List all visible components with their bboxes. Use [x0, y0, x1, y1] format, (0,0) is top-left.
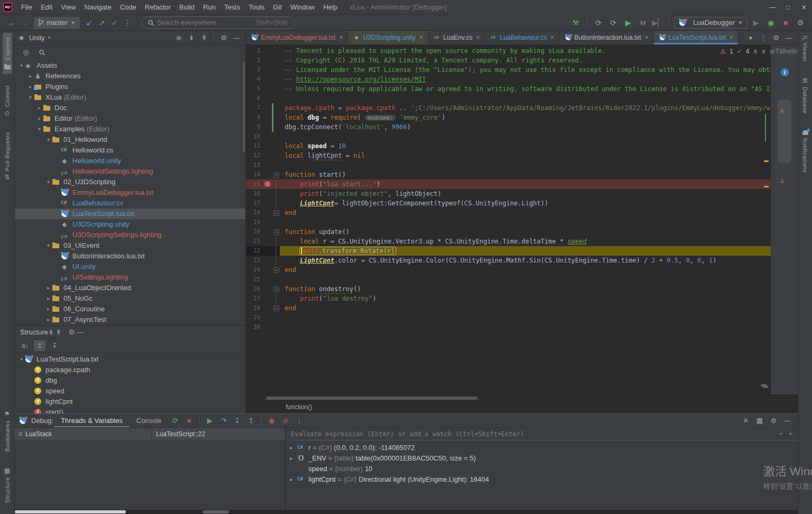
tree-item-helloworld-cs[interactable]: Helloworld.cs	[15, 145, 245, 156]
tree-item-01-helloworld[interactable]: ▾01_Helloworld	[15, 134, 245, 145]
code-line-27[interactable]: 27 print("lua destroy")	[246, 294, 771, 303]
tree-item-xlua[interactable]: ▾XLua(Editor)	[15, 92, 245, 103]
evaluate-expression-input[interactable]: Evaluate expression (Enter) or add a wat…	[286, 428, 798, 440]
tree-item-emmyluadebugger-lua-txt[interactable]: EmmyLuaDebugger.lua.txt	[15, 187, 245, 198]
tree-item-u3dscriptingsettings-lighting[interactable]: U3DScriptingSettings.lighting	[15, 230, 245, 240]
stack-frame[interactable]: LuaTestScript::22	[152, 428, 285, 440]
close-icon[interactable]: ✕	[740, 417, 752, 425]
tree-item-examples[interactable]: ▾Examples(Editor)	[15, 124, 245, 134]
code-line-15[interactable]: 15 print("lua start...")	[246, 179, 771, 189]
back-icon[interactable]: ←	[5, 19, 18, 27]
editor-tab-buttoninteraction-lua-txt[interactable]: ButtonInteraction.lua.txt×	[560, 31, 654, 44]
breakpoint-icon[interactable]	[262, 179, 273, 189]
editor-tab-luabehaviour-cs[interactable]: LuaBehaviour.cs×	[485, 31, 560, 44]
layout-icon[interactable]: ▦	[753, 417, 766, 425]
hide-icon[interactable]: —	[783, 34, 795, 42]
next-issue-icon[interactable]: ∨	[761, 48, 766, 55]
tree-item-helloworldsettings-lighting[interactable]: HelloworldSettings.lighting	[15, 166, 245, 177]
tree-item-assets[interactable]: ▾Assets	[15, 60, 245, 71]
close-icon[interactable]: ✕	[796, 0, 812, 15]
step-over-icon[interactable]: ↷	[217, 417, 230, 425]
tree-item-buttoninteraction-lua-txt[interactable]: ButtonInteraction.lua.txt	[15, 251, 245, 261]
thread-selector[interactable]: ≡ LuaStack	[15, 428, 151, 440]
menu-help[interactable]: Help	[319, 0, 342, 15]
update-project-icon[interactable]: ↙	[83, 19, 96, 27]
chevron-icon[interactable]: ▾	[18, 60, 25, 71]
code-line-6[interactable]: 6	[246, 94, 771, 103]
collapse-all-icon[interactable]: ⇞	[198, 34, 210, 42]
scrollbar-thumb[interactable]	[266, 396, 478, 400]
code-line-11[interactable]: 11local speed = 10	[246, 141, 771, 151]
variable-row-lightcpnt[interactable]: ▸lightCpnt = {C#} Directional light (Uni…	[286, 474, 798, 485]
close-icon[interactable]: ×	[729, 34, 733, 41]
code-line-25[interactable]: 25	[246, 275, 771, 284]
group-up-icon[interactable]: ↥	[34, 340, 45, 351]
tree-item-references[interactable]: ▸References	[15, 71, 245, 82]
code-line-1[interactable]: 1-- Tencent is pleased to support the op…	[246, 46, 771, 56]
chevron-icon[interactable]: ▸	[45, 304, 52, 314]
code-line-3[interactable]: 3-- Licensed under the MIT License (the …	[246, 65, 771, 75]
step-into-icon[interactable]: ↧	[231, 417, 243, 425]
more-icon[interactable]: ⋮	[758, 34, 769, 42]
chevron-icon[interactable]: ▾	[18, 354, 25, 365]
code-line-23[interactable]: 23 LightCpnt.color = CS.UnityEngine.Colo…	[246, 256, 771, 265]
hide-panel-icon[interactable]: —	[231, 34, 242, 42]
chevron-icon[interactable]: ▾	[27, 92, 34, 103]
stop-button[interactable]: ■	[779, 19, 792, 27]
tool-tab-database[interactable]: Database	[800, 73, 810, 118]
locate-file-icon[interactable]: ⊕	[173, 34, 185, 42]
tool-tab-explorer[interactable]: Explorer	[3, 33, 12, 74]
gear-icon[interactable]: ⚙	[767, 417, 780, 425]
forward-icon[interactable]: →	[18, 19, 31, 27]
code-line-10[interactable]: 10	[246, 132, 771, 141]
code-line-30[interactable]: 30	[246, 322, 771, 332]
gear-icon[interactable]: ⚙	[770, 34, 782, 42]
tree-item-package-cpath[interactable]: package.cpath	[15, 365, 245, 375]
git-branch-widget[interactable]: master ▼	[34, 17, 80, 29]
collapse-all-icon[interactable]: ⇞	[56, 328, 61, 336]
menu-build[interactable]: Build	[175, 0, 199, 15]
code-line-9[interactable]: 9dbg.tcpConnect('localhost', 9966)	[246, 122, 771, 132]
mute-breakpoints-icon[interactable]: ⊘	[279, 417, 291, 425]
stop-icon[interactable]: ■	[183, 417, 195, 425]
chevron-icon[interactable]: ▸	[45, 293, 52, 304]
fold-marker[interactable]	[273, 284, 280, 294]
hide-panel-icon[interactable]: —	[781, 417, 793, 425]
scrollbar-thumb[interactable]	[778, 100, 791, 163]
menu-refactor[interactable]: Refactor	[141, 0, 175, 15]
breadcrumb-item[interactable]: function()	[286, 403, 312, 411]
code-line-19[interactable]: 19	[246, 218, 771, 227]
debug-bug-icon[interactable]: ◉	[764, 19, 777, 27]
step-out-icon[interactable]: ↥	[244, 417, 257, 425]
gear-icon[interactable]: ⚙	[794, 19, 807, 27]
tree-item-plugins[interactable]: ▸Plugins	[15, 82, 245, 92]
more-icon[interactable]: ⋮	[293, 417, 305, 425]
explorer-view-selector[interactable]: Unity	[29, 34, 45, 42]
code-line-5[interactable]: 5-- Unless required by applicable law or…	[246, 84, 771, 94]
menu-file[interactable]: File	[17, 0, 37, 15]
run-configuration-selector[interactable]: LuaDebugger ▼	[674, 17, 747, 29]
scrollbar-thumb[interactable]	[15, 510, 126, 513]
code-line-13[interactable]: 13	[246, 160, 771, 170]
chevron-icon[interactable]: ▸	[45, 283, 52, 293]
fold-marker[interactable]	[273, 265, 280, 275]
chevron-down-icon[interactable]: ▾	[48, 35, 51, 40]
fold-marker[interactable]	[273, 227, 280, 237]
gear-icon[interactable]: ⚙	[69, 328, 75, 336]
chevron-icon[interactable]: ▾	[45, 240, 52, 251]
tree-item-doc[interactable]: ▸Doc	[15, 103, 245, 113]
chevron-down-icon[interactable]: ▾	[788, 430, 792, 438]
tool-tab-structure[interactable]: Structure	[3, 463, 12, 507]
tree-item-luatestscript-lua-txt[interactable]: LuaTestScript.lua.txt	[15, 209, 245, 219]
play-icon[interactable]: ▶	[622, 19, 634, 27]
filter-icon[interactable]: ◎	[20, 48, 32, 56]
tree-item-06-coroutine[interactable]: ▸06_Coroutine	[15, 304, 245, 314]
code-line-28[interactable]: 28end	[246, 303, 771, 313]
code-line-16[interactable]: 16 print("injected object", lightObject)	[246, 189, 771, 199]
view-breakpoints-icon[interactable]: ◉	[265, 417, 278, 425]
group-down-icon[interactable]: ↧	[49, 340, 60, 351]
tool-tab-notifications[interactable]: Notifications	[800, 125, 810, 176]
menu-code[interactable]: Code	[116, 0, 141, 15]
code-line-4[interactable]: 4-- http://opensource.org/licenses/MIT	[246, 75, 771, 84]
tool-tab-bookmarks[interactable]: Bookmarks	[3, 407, 12, 456]
